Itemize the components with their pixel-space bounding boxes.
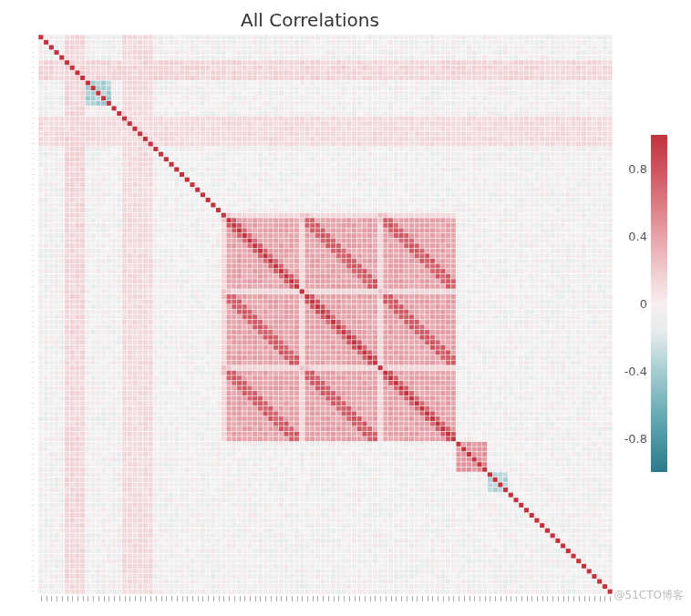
x-tick-mark (604, 596, 605, 601)
y-tick-label: — (32, 253, 35, 257)
x-tick-mark (464, 596, 465, 601)
y-tick-label: — (32, 355, 35, 359)
y-tick-label: — (32, 467, 35, 470)
x-tick-mark (223, 596, 224, 601)
x-tick-mark (171, 596, 172, 601)
y-tick-label: — (32, 472, 35, 476)
x-tick-mark (391, 596, 392, 601)
x-tick-mark (600, 596, 601, 601)
y-tick-label: — (32, 498, 35, 501)
x-tick-mark (250, 596, 251, 601)
x-tick-mark (286, 596, 287, 601)
x-tick-mark (104, 596, 105, 601)
x-tick-mark (417, 596, 418, 601)
y-tick-label: — (32, 340, 35, 344)
x-tick-mark (187, 596, 188, 601)
y-tick-label: — (32, 564, 35, 568)
x-tick-mark (500, 596, 501, 601)
x-tick-mark (344, 596, 345, 601)
y-tick-label: — (32, 304, 35, 308)
x-tick-mark (108, 596, 109, 601)
x-tick-mark (563, 596, 564, 601)
y-tick-label: — (32, 549, 35, 552)
y-tick-label: — (32, 223, 35, 227)
x-tick-mark (552, 596, 553, 601)
y-tick-label: — (32, 344, 35, 348)
y-tick-label: — (32, 579, 35, 582)
x-tick-mark (72, 596, 73, 601)
y-tick-label: — (32, 299, 35, 303)
y-tick-label: — (32, 187, 35, 190)
x-tick-mark (396, 596, 397, 601)
x-tick-mark (119, 596, 120, 601)
y-tick-label: — (32, 482, 35, 486)
x-tick-mark (129, 596, 130, 601)
colorbar: 0.8 0.4 0 -0.4 -0.8 (651, 135, 667, 472)
x-tick-mark (182, 596, 183, 601)
y-tick-label: — (32, 65, 35, 68)
y-tick-label: — (32, 192, 35, 196)
x-tick-mark (198, 596, 199, 601)
y-tick-label: — (32, 457, 35, 460)
x-tick-mark (202, 596, 203, 601)
y-tick-label: — (32, 569, 35, 572)
x-tick-mark (490, 596, 490, 601)
x-tick-mark (208, 596, 209, 601)
x-tick-mark (375, 596, 376, 601)
y-tick-label: — (32, 401, 35, 405)
x-tick-mark (401, 596, 402, 601)
x-tick-mark (432, 596, 433, 601)
y-tick-label: — (32, 385, 35, 389)
x-tick-mark (589, 596, 590, 601)
y-tick-label: — (32, 70, 35, 74)
x-tick-mark (584, 596, 585, 601)
x-tick-mark (328, 596, 329, 601)
x-tick-mark (219, 596, 220, 601)
x-tick-mark (51, 596, 52, 601)
y-tick-label: — (32, 391, 35, 395)
y-tick-label: — (32, 559, 35, 562)
x-tick-mark (317, 596, 318, 601)
x-tick-mark (323, 596, 324, 601)
x-tick-mark (62, 596, 63, 601)
x-tick-mark (573, 596, 574, 601)
x-tick-mark (292, 596, 293, 601)
y-tick-label: — (32, 513, 35, 517)
x-tick-mark (422, 596, 423, 601)
x-tick-mark (480, 596, 480, 601)
x-tick-mark (46, 596, 47, 601)
x-tick-mark (265, 596, 266, 601)
y-tick-label: — (32, 421, 35, 425)
y-tick-label: — (32, 365, 35, 369)
y-tick-label: — (32, 106, 35, 109)
y-tick-label: — (32, 218, 35, 221)
chart-title: All Correlations (0, 9, 620, 31)
x-tick-mark (443, 596, 444, 601)
y-tick-label: — (32, 60, 35, 64)
y-tick-label: — (32, 279, 35, 282)
x-tick-mark (98, 596, 99, 601)
x-tick-mark (161, 596, 162, 601)
y-tick-label: — (32, 269, 35, 272)
y-tick-label: — (32, 147, 35, 150)
y-tick-label: — (32, 553, 35, 557)
y-tick-label: — (32, 90, 35, 94)
y-tick-label: — (32, 40, 35, 44)
colorbar-tick-label: 0.8 (609, 162, 647, 176)
y-tick-label: — (32, 76, 35, 79)
y-tick-label: — (32, 116, 35, 119)
y-tick-label: — (32, 151, 35, 155)
y-tick-label: — (32, 330, 35, 334)
y-tick-label: — (32, 157, 35, 160)
y-axis-ticks: ————————————————————————————————————————… (5, 35, 36, 594)
colorbar-tick-label: 0.4 (609, 230, 647, 243)
x-tick-mark (459, 596, 459, 601)
x-tick-mark (140, 596, 141, 601)
y-tick-label: — (32, 462, 35, 466)
x-tick-mark (547, 596, 548, 601)
y-tick-label: — (32, 503, 35, 507)
x-tick-mark (386, 596, 387, 601)
y-tick-label: — (32, 273, 35, 277)
x-tick-mark (453, 596, 454, 601)
colorbar-tick-label: -0.8 (609, 432, 647, 446)
